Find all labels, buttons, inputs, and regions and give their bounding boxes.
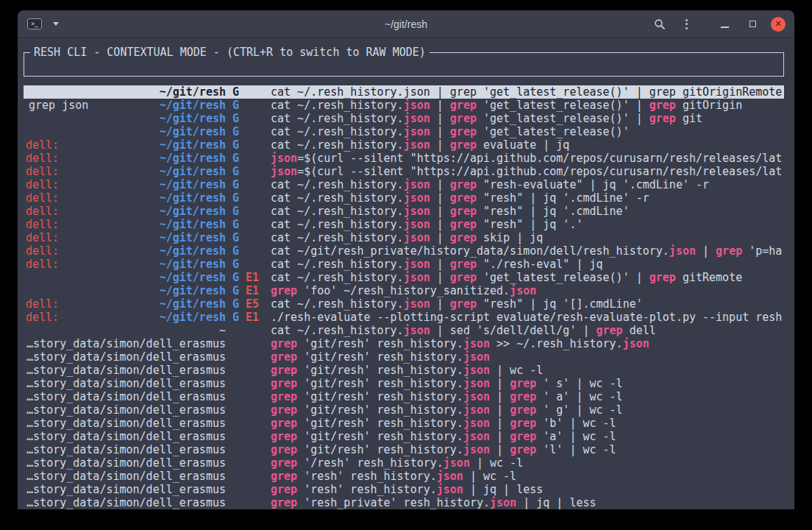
- flag-g: G: [232, 244, 239, 258]
- history-row[interactable]: dell:~/git/reshGcat ~/.resh_history.json…: [24, 178, 784, 191]
- pwd-label: …story_data/simon/dell_erasmus: [26, 443, 226, 456]
- pwd-label: ~: [219, 324, 226, 337]
- history-row[interactable]: …story_data/simon/dell_erasmusgrep 'git/…: [24, 337, 784, 350]
- command-text: cat ~/.resh_history.json | grep "resh-ev…: [271, 178, 784, 191]
- history-row[interactable]: dell:~/git/reshGcat ~/.resh_history.json…: [24, 191, 784, 205]
- history-row[interactable]: dell:~/git/reshGcat ~/git/resh_private/h…: [24, 244, 784, 258]
- pwd-label: ~/git/resh: [160, 258, 226, 271]
- command-text: grep 'git/resh' resh_history.json: [271, 350, 784, 364]
- history-row[interactable]: dell:~/git/reshGjson=$(curl --silent "ht…: [24, 165, 784, 178]
- history-row[interactable]: …story_data/simon/dell_erasmusgrep 'git/…: [24, 377, 784, 390]
- flag-g: G: [232, 231, 239, 244]
- command-text: grep 'foo' ~/resh_history_sanitized.json: [271, 284, 784, 297]
- history-row[interactable]: …story_data/simon/dell_erasmusgrep 'git/…: [24, 364, 784, 377]
- history-row[interactable]: ~/git/reshG E1grep 'foo' ~/resh_history_…: [24, 284, 784, 297]
- flag-g: G: [232, 191, 239, 205]
- minimize-button[interactable]: [716, 16, 733, 32]
- menu-button[interactable]: [678, 16, 694, 32]
- flags-label: [232, 483, 269, 496]
- host-label: dell:: [26, 191, 59, 205]
- history-row[interactable]: ~/git/reshG E1cat ~/.resh_history.json |…: [24, 271, 784, 284]
- close-button[interactable]: ✕: [771, 17, 786, 32]
- flags-label: [232, 337, 269, 350]
- history-row[interactable]: …story_data/simon/dell_erasmusgrep 'git/…: [24, 443, 784, 456]
- search-button[interactable]: [652, 16, 668, 32]
- flags-label: [232, 456, 269, 470]
- flags-label: G: [232, 191, 269, 205]
- history-row[interactable]: …story_data/simon/dell_erasmusgrep 'resh…: [24, 483, 784, 496]
- history-row[interactable]: …story_data/simon/dell_erasmusgrep 'git/…: [24, 403, 784, 417]
- terminal-window: >_ ~/git/resh ✕: [18, 10, 794, 510]
- flags-label: G E1: [232, 311, 269, 324]
- kebab-menu-icon: [685, 19, 688, 29]
- chevron-down-icon: [53, 22, 59, 26]
- context-cell: dell:~/git/resh: [26, 311, 226, 324]
- pwd-label: …story_data/simon/dell_erasmus: [26, 337, 226, 350]
- command-text: grep 'resh' resh_history.json | wc -l: [271, 470, 784, 483]
- pwd-label: …story_data/simon/dell_erasmus: [26, 470, 226, 483]
- flags-label: [232, 470, 269, 483]
- pwd-label: …story_data/simon/dell_erasmus: [26, 456, 226, 470]
- history-row[interactable]: dell:~/git/reshGcat ~/.resh_history.json…: [24, 258, 784, 271]
- history-row[interactable]: dell:~/git/reshGcat ~/.resh_history.json…: [24, 138, 784, 152]
- flags-label: [232, 324, 269, 337]
- flag-e5: E5: [246, 297, 259, 311]
- history-row[interactable]: …story_data/simon/dell_erasmusgrep 'resh…: [24, 470, 784, 483]
- flags-label: G: [232, 231, 269, 244]
- history-row[interactable]: dell:~/git/reshGjson=$(curl --silent "ht…: [24, 152, 784, 165]
- history-row[interactable]: dell:~/git/reshG E1./resh-evaluate --plo…: [24, 311, 784, 324]
- history-row[interactable]: dell:~/git/reshG E5cat ~/.resh_history.j…: [24, 297, 784, 311]
- context-cell: dell:~/git/resh: [26, 138, 226, 152]
- restore-button[interactable]: [744, 16, 761, 32]
- history-row[interactable]: …story_data/simon/dell_erasmusgrep 'resh…: [24, 496, 784, 509]
- history-list: ~/git/reshGcat ~/.resh_history.json | gr…: [24, 85, 784, 509]
- host-label: dell:: [26, 218, 59, 231]
- flags-label: G: [232, 152, 269, 165]
- flag-e1: E1: [246, 311, 259, 324]
- pwd-label: ~/git/resh: [160, 218, 226, 231]
- history-row[interactable]: …story_data/simon/dell_erasmusgrep 'git/…: [24, 430, 784, 443]
- host-label: dell:: [26, 165, 59, 178]
- command-text: cat ~/.resh_history.json | grep "resh" |…: [271, 218, 784, 231]
- history-row[interactable]: …story_data/simon/dell_erasmusgrep 'git/…: [24, 350, 784, 364]
- terminal-menu-dropdown[interactable]: [48, 16, 64, 32]
- context-cell: ~: [26, 324, 226, 337]
- flags-label: G E1: [232, 284, 269, 297]
- flag-e1: E1: [246, 271, 259, 284]
- flag-g: G: [232, 138, 239, 152]
- headerbar: >_ ~/git/resh ✕: [18, 10, 794, 38]
- history-row[interactable]: dell:~/git/reshGcat ~/.resh_history.json…: [24, 218, 784, 231]
- host-label: dell:: [26, 311, 59, 324]
- pwd-label: ~/git/resh: [160, 297, 226, 311]
- command-text: json=$(curl --silent "https://api.github…: [271, 165, 784, 178]
- context-cell: …story_data/simon/dell_erasmus: [26, 337, 226, 350]
- history-row[interactable]: ~cat ~/.resh_history.json | sed 's/dell/…: [24, 324, 784, 337]
- pwd-label: ~/git/resh: [160, 152, 226, 165]
- context-cell: …story_data/simon/dell_erasmus: [26, 443, 226, 456]
- pwd-label: ~/git/resh: [160, 284, 226, 297]
- search-query-input[interactable]: grep json: [29, 99, 779, 112]
- command-text: grep 'resh' resh_history.json | jq | les…: [271, 483, 784, 496]
- flags-label: G: [232, 138, 269, 152]
- history-row[interactable]: dell:~/git/reshGcat ~/.resh_history.json…: [24, 205, 784, 218]
- history-row[interactable]: …story_data/simon/dell_erasmusgrep 'git/…: [24, 417, 784, 430]
- host-label: dell:: [26, 244, 59, 258]
- context-cell: …story_data/simon/dell_erasmus: [26, 403, 226, 417]
- host-label: dell:: [26, 258, 59, 271]
- context-cell: …story_data/simon/dell_erasmus: [26, 456, 226, 470]
- history-row[interactable]: dell:~/git/reshGcat ~/.resh_history.json…: [24, 231, 784, 244]
- command-text: cat ~/.resh_history.json | grep "resh" |…: [271, 191, 784, 205]
- pwd-label: …story_data/simon/dell_erasmus: [26, 496, 226, 509]
- flags-label: G: [232, 165, 269, 178]
- host-label: dell:: [26, 297, 59, 311]
- flag-g: G: [232, 311, 239, 324]
- pwd-label: …story_data/simon/dell_erasmus: [26, 483, 226, 496]
- new-terminal-button[interactable]: >_: [26, 16, 43, 32]
- flags-label: [232, 443, 269, 456]
- resh-search-box[interactable]: RESH CLI - CONTEXTUAL MODE - (CTRL+R to …: [24, 52, 784, 77]
- host-label: dell:: [26, 205, 59, 218]
- context-cell: dell:~/git/resh: [26, 165, 226, 178]
- history-row[interactable]: …story_data/simon/dell_erasmusgrep 'git/…: [24, 390, 784, 403]
- history-row[interactable]: …story_data/simon/dell_erasmusgrep '/res…: [24, 456, 784, 470]
- resh-mode-title: RESH CLI - CONTEXTUAL MODE - (CTRL+R to …: [30, 46, 430, 59]
